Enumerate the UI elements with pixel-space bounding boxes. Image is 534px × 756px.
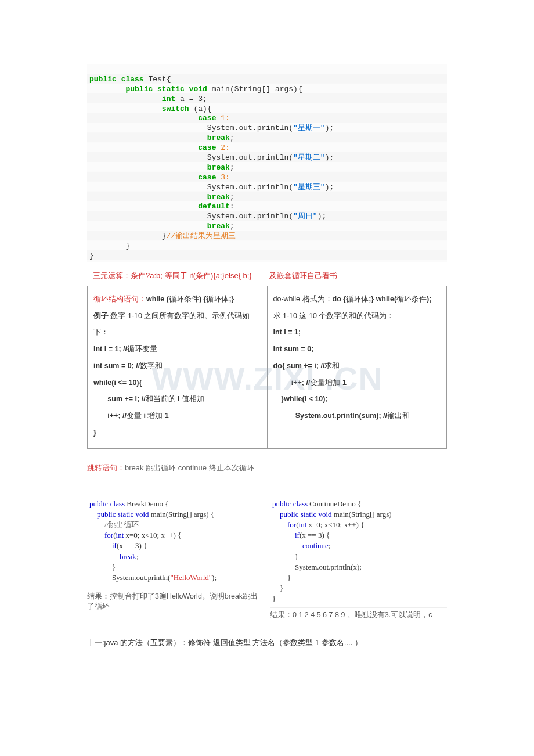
table-cell-while: 循环结构语句：while (循环条件) {循环体;} 例子 数字 1-10 之间… [88,286,268,448]
ternary-left: 三元运算：条件?a:b; 等同于 if(条件){a;}else{ b;} [93,271,252,281]
break-demo-col: public class BreakDemo { public static v… [87,496,264,612]
break-demo-code: public class BreakDemo { public static v… [87,496,264,586]
continue-demo-col: public class ContinueDemo { public stati… [270,496,447,621]
break-result: 结果：控制台打印了3遍HelloWorld。说明break跳出了循环 [87,589,264,611]
ternary-right: 及嵌套循环自己看书 [269,271,337,281]
jump-statement-note: 跳转语句：break 跳出循环 continue 终止本次循环 [87,463,447,473]
loop-comparison-table: 循环结构语句：while (循环条件) {循环体;} 例子 数字 1-10 之间… [87,286,447,449]
ternary-note: 三元运算：条件?a:b; 等同于 if(条件){a;}else{ b;} 及嵌套… [93,271,447,281]
continue-result: 结果：0 1 2 4 5 6 7 8 9 。唯独没有3.可以说明，c [270,607,447,620]
code-block-switch: public class Test{ public static void ma… [87,64,447,262]
demo-row: public class BreakDemo { public static v… [87,496,447,621]
table-cell-dowhile: do-while 格式为：do {循环体;} while(循环条件); 求 1-… [267,286,447,448]
method-note: 十一:java 的方法（五要素）：修饰符 返回值类型 方法名（参数类型 1 参数… [87,638,447,648]
continue-demo-code: public class ContinueDemo { public stati… [270,496,447,607]
